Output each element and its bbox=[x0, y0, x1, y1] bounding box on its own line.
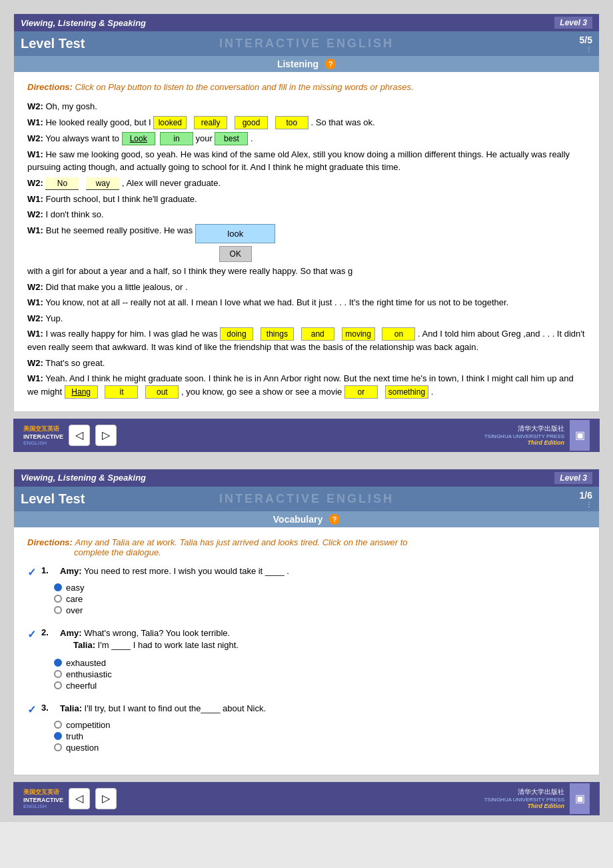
footer2-prev-btn[interactable]: ◁ bbox=[69, 788, 90, 809]
dir2-text2: complete the dialogue. bbox=[74, 547, 161, 557]
line-w1-6: W1: Yeah. And I think he might graduate … bbox=[27, 372, 586, 399]
line-w2-6: W2: Yup. bbox=[27, 312, 586, 325]
q3-option-truth[interactable]: truth bbox=[54, 731, 586, 741]
footer-bar-2: 美国交互英语 INTERACTIVE ENGLISH ◁ ▷ 清华大学出版社 T… bbox=[13, 782, 600, 815]
q2-text: Amy: What's wrong, Talia? You look terri… bbox=[60, 627, 586, 654]
line-w2-5: W2: Did that make you a little jealous, … bbox=[27, 281, 586, 294]
q1-text: Amy: You need to rest more. I wish you w… bbox=[60, 565, 586, 577]
footer2-corner-btn[interactable]: ▣ bbox=[570, 783, 590, 814]
q3-radio-truth[interactable] bbox=[54, 732, 62, 740]
blank-way[interactable]: way bbox=[86, 177, 119, 190]
blank-look[interactable]: Look bbox=[122, 132, 155, 145]
q2-label-enthusiastic: enthusiastic bbox=[66, 669, 112, 679]
footer2-logo-cn: 美国交互英语 bbox=[23, 788, 63, 797]
panel2-level: Level 3 bbox=[554, 472, 592, 484]
question-3: ✓ 3. Talia: I'll try, but I want to find… bbox=[27, 703, 586, 753]
panel1-header: Viewing, Listening & Speaking Level 3 bbox=[14, 14, 599, 31]
q1-option-care[interactable]: care bbox=[54, 594, 586, 604]
footer2-publisher-en: TSINGHUA UNIVERSITY PRESS bbox=[484, 797, 564, 803]
panel2-directions: Directions: Amy and Talia are at work. T… bbox=[27, 537, 586, 557]
panel1-content: Directions: Click on Play button to list… bbox=[14, 72, 599, 411]
tooltip-look[interactable]: look bbox=[195, 224, 275, 244]
footer2-logo: 美国交互英语 INTERACTIVE ENGLISH bbox=[23, 788, 63, 809]
q1-radio-over[interactable] bbox=[54, 606, 62, 614]
footer1-prev-btn[interactable]: ◁ bbox=[69, 425, 90, 446]
q3-option-question[interactable]: question bbox=[54, 743, 586, 753]
panel2-tab-vocab[interactable]: Vocabulary bbox=[273, 514, 322, 525]
blank-doing[interactable]: doing bbox=[220, 327, 253, 341]
q3-radio-competition[interactable] bbox=[54, 721, 62, 729]
q3-number: 3. bbox=[41, 703, 55, 713]
footer1-left: 美国交互英语 INTERACTIVE ENGLISH ◁ ▷ bbox=[23, 425, 117, 446]
footer1-corner-btn[interactable]: ▣ bbox=[570, 420, 590, 451]
q1-radio-care[interactable] bbox=[54, 595, 62, 603]
vocabulary-panel: Viewing, Listening & Speaking Level 3 Le… bbox=[13, 469, 600, 775]
q2-radio-enthusiastic[interactable] bbox=[54, 670, 62, 678]
q2-label-exhausted: exhausted bbox=[66, 658, 106, 668]
footer1-publisher-block: 清华大学出版社 TSINGHUA UNIVERSITY PRESS Third … bbox=[484, 424, 564, 446]
footer1-logo-interactive: INTERACTIVE bbox=[23, 433, 63, 440]
panel1-title: Level Test bbox=[21, 36, 85, 51]
q3-check: ✓ bbox=[27, 703, 36, 716]
q1-line: ✓ 1. Amy: You need to rest more. I wish … bbox=[27, 565, 586, 579]
dir-text: Click on Play button to listen to the co… bbox=[75, 82, 414, 92]
panel2-header: Viewing, Listening & Speaking Level 3 bbox=[14, 469, 599, 487]
blank-best[interactable]: best bbox=[215, 132, 248, 145]
q3-options: competition truth question bbox=[54, 720, 586, 753]
panel2-help-icon[interactable]: ? bbox=[329, 514, 340, 525]
q1-number: 1. bbox=[41, 565, 55, 575]
blank-looked[interactable]: looked bbox=[153, 116, 187, 129]
q1-label-care: care bbox=[66, 594, 83, 604]
blank-and[interactable]: and bbox=[301, 327, 334, 341]
panel2-header-title: Viewing, Listening & Speaking bbox=[21, 473, 146, 483]
blank-out[interactable]: out bbox=[145, 385, 179, 399]
listening-panel: Viewing, Listening & Speaking Level 3 Le… bbox=[13, 13, 600, 412]
footer2-next-btn[interactable]: ▷ bbox=[95, 788, 117, 809]
panel1-dots: ⋮ bbox=[580, 45, 592, 53]
q1-radio-easy[interactable] bbox=[54, 583, 62, 591]
footer1-next-btn[interactable]: ▷ bbox=[95, 425, 117, 446]
panel2-dots: ⋮ bbox=[580, 501, 592, 508]
panel1-subheader: Level Test INTERACTIVE ENGLISH 5/5 ⋮ bbox=[14, 31, 599, 56]
footer2-left: 美国交互英语 INTERACTIVE ENGLISH ◁ ▷ bbox=[23, 788, 117, 809]
footer2-edition: Third Edition bbox=[484, 803, 564, 809]
blank-no[interactable]: No bbox=[45, 177, 79, 190]
footer-bar-1: 美国交互英语 INTERACTIVE ENGLISH ◁ ▷ 清华大学出版社 T… bbox=[13, 419, 600, 452]
q1-option-easy[interactable]: easy bbox=[54, 583, 586, 593]
footer1-logo-english: ENGLISH bbox=[23, 440, 63, 446]
blank-good[interactable]: good bbox=[235, 116, 268, 129]
blank-something[interactable]: something bbox=[385, 385, 428, 399]
footer2-publisher-cn: 清华大学出版社 bbox=[484, 787, 564, 797]
line-w1-4: W1: You know, not at all -- really not a… bbox=[27, 296, 586, 309]
ok-button[interactable]: OK bbox=[219, 246, 252, 262]
q3-radio-question[interactable] bbox=[54, 743, 62, 751]
q2-line: ✓ 2. Amy: What's wrong, Talia? You look … bbox=[27, 627, 586, 654]
q2-option-cheerful[interactable]: cheerful bbox=[54, 681, 586, 691]
blank-or[interactable]: or bbox=[344, 385, 378, 399]
blank-on[interactable]: on bbox=[382, 327, 415, 341]
panel1-help-icon[interactable]: ? bbox=[325, 59, 336, 69]
blank-really[interactable]: really bbox=[194, 116, 227, 129]
blank-in[interactable]: in bbox=[160, 132, 193, 145]
blank-too[interactable]: too bbox=[275, 116, 308, 129]
line-w1-2: W1: He saw me looking good, so yeah. He … bbox=[27, 148, 586, 174]
footer1-logo: 美国交互英语 INTERACTIVE ENGLISH bbox=[23, 425, 63, 446]
q1-option-over[interactable]: over bbox=[54, 605, 586, 615]
panel2-title: Level Test bbox=[21, 491, 85, 507]
q2-radio-cheerful[interactable] bbox=[54, 681, 62, 689]
blank-it[interactable]: it bbox=[105, 385, 138, 399]
q3-option-competition[interactable]: competition bbox=[54, 720, 586, 730]
line-w1-5: W1: I was really happy for him. I was gl… bbox=[27, 327, 586, 354]
q2-option-exhausted[interactable]: exhausted bbox=[54, 658, 586, 668]
blank-things[interactable]: things bbox=[261, 327, 294, 341]
q2-option-enthusiastic[interactable]: enthusiastic bbox=[54, 669, 586, 679]
panel1-header-title: Viewing, Listening & Speaking bbox=[21, 18, 146, 28]
q1-check: ✓ bbox=[27, 566, 36, 579]
panel1-tab-listening[interactable]: Listening bbox=[277, 59, 318, 69]
blank-moving[interactable]: moving bbox=[342, 327, 375, 341]
blank-hang[interactable]: Hang bbox=[65, 385, 98, 399]
q3-label-competition: competition bbox=[66, 720, 110, 730]
footer1-publisher-cn: 清华大学出版社 bbox=[484, 424, 564, 433]
line-w1-3: W1: Fourth school, but I think he'll gra… bbox=[27, 193, 586, 206]
q2-radio-exhausted[interactable] bbox=[54, 659, 62, 667]
